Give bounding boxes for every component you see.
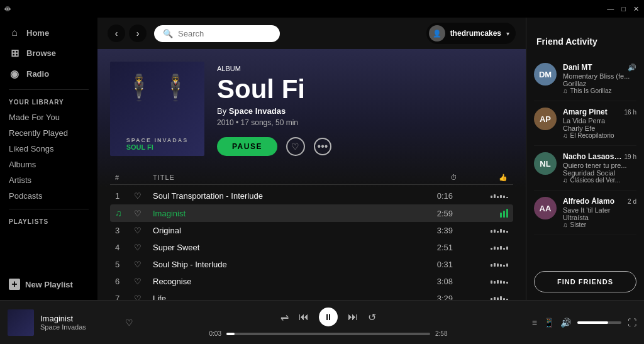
track-row[interactable]: 1♡Soul Transportation - Interlude0:16 [110,187,513,204]
friend-avatar: AP [534,108,557,130]
friend-info: Nacho Lasaosa ...19 hQuiero tener tu pre… [563,152,636,184]
friend-item[interactable]: NLNacho Lasaosa ...19 hQuiero tener tu p… [534,146,636,191]
track-title: Imaginist [153,209,420,218]
track-heart-icon[interactable]: ♡ [134,191,153,201]
friend-item[interactable]: APAmarg Pinet16 hLa Vida PerraCharly Efe… [534,101,636,146]
artist-link[interactable]: Space Invadas [229,106,286,116]
album-actions: PAUSE ♡ ••• [217,137,513,156]
like-button[interactable]: ♡ [286,137,305,156]
sidebar-divider-2 [9,209,89,209]
friend-artist: Seguridad Social [563,169,636,177]
sidebar-item-browse[interactable]: ⊞ Browse [0,43,97,64]
header-popularity: 👍 [458,174,508,182]
track-number: 6 [115,277,134,286]
fullscreen-button[interactable]: ⛶ [628,318,636,328]
friend-item[interactable]: DMDani MT🔊Momentary Bliss (fe...Gorillaz… [534,57,636,101]
minimize-button[interactable]: — [607,5,614,13]
new-playlist-label: New Playlist [25,280,73,289]
now-playing-artist: Space Invadas [40,323,119,331]
album-duration: 50 min [275,118,298,127]
album-info: ALBUM Soul Fi By Space Invadas 2010 • 17… [217,65,513,156]
pause-button[interactable]: PAUSE [217,137,277,156]
sidebar-item-podcasts[interactable]: Podcasts [0,188,97,204]
forward-button[interactable]: › [129,25,147,42]
friend-artist: Charly Efe [563,125,636,132]
track-popularity-bars [458,229,508,233]
devices-button[interactable]: 📱 [543,318,554,328]
track-heart-icon[interactable]: ♡ [134,209,153,218]
search-input[interactable] [178,29,266,38]
friend-item[interactable]: AAAlfredo Álamo2 dSave It 'til LaterUltr… [534,191,636,235]
sidebar-item-made-for-you[interactable]: Made For You [0,109,97,125]
repeat-button[interactable]: ↺ [368,311,376,323]
maximize-button[interactable]: □ [621,5,626,13]
track-row[interactable]: ♫♡Imaginist2:59 [110,204,513,222]
username-label: thedrumcakes [450,29,501,38]
track-duration: 0:31 [420,260,458,269]
track-title: Life [153,294,420,300]
friend-name: Alfredo Álamo [563,197,614,206]
sidebar-item-recently-played[interactable]: Recently Played [0,125,97,141]
friend-playlist: El Recopilatorio [570,132,614,139]
new-playlist-button[interactable]: + New Playlist [0,274,97,295]
track-row[interactable]: 5♡Soul Ship - Interlude0:31 [110,256,513,273]
track-row[interactable]: 7♡Life3:29 [110,290,513,300]
friend-name: Amarg Pinet [563,108,608,116]
track-heart-icon[interactable]: ♡ [134,226,153,235]
close-button[interactable]: ✕ [633,5,639,13]
playlists-section-label: PLAYLISTS [0,214,97,229]
nav-arrows[interactable]: ‹ › [108,25,147,42]
user-button[interactable]: 👤 thedrumcakes ▾ [426,23,516,44]
sidebar-item-albums[interactable]: Albums [0,157,97,172]
friend-avatar: NL [534,152,557,175]
titlebar-controls[interactable]: — □ ✕ [607,5,639,13]
main-content: ‹ › 🔍 👤 thedrumcakes ▾ [97,18,526,300]
header-heart [134,174,153,182]
find-friends-button[interactable]: FIND FRIENDS [534,271,636,292]
progress-track[interactable] [226,333,430,335]
friend-artist: Gorillaz [563,80,636,87]
track-row[interactable]: 6♡Recognise3:08 [110,273,513,290]
track-number: 3 [115,226,134,235]
album-view: 🕴 🕴 SPACE INVADAS SOUL FI ALBUM Soul Fi … [97,49,526,300]
prev-button[interactable]: ⏮ [299,311,309,323]
track-popularity-bars [458,263,508,267]
volume-track[interactable] [577,321,621,324]
now-playing-heart-icon[interactable]: ♡ [125,318,133,328]
album-header: 🕴 🕴 SPACE INVADAS SOUL FI ALBUM Soul Fi … [110,62,513,156]
track-row[interactable]: 3♡Original3:39 [110,222,513,239]
album-meta: 2010 • 17 songs, 50 min [217,118,513,127]
right-controls: ≡ 📱 🔊 ⛶ [523,318,636,328]
track-popularity-bars [458,246,508,250]
album-art-subtitle: SOUL FI [126,143,189,151]
queue-button[interactable]: ≡ [532,318,537,328]
friend-name: Dani MT [563,63,592,72]
sidebar-item-liked-songs[interactable]: Liked Songs [0,141,97,157]
more-button[interactable]: ••• [314,138,331,155]
volume-button[interactable]: 🔊 [560,318,571,328]
sidebar-home-label: Home [26,28,49,38]
track-heart-icon[interactable]: ♡ [134,294,153,300]
shuffle-button[interactable]: ⇌ [280,311,289,323]
track-heart-icon[interactable]: ♡ [134,277,153,286]
friend-activity-title: Friend Activity [526,18,644,57]
friend-avatar: DM [534,63,557,86]
back-button[interactable]: ‹ [108,25,125,42]
album-title: Soul Fi [217,75,513,104]
track-heart-icon[interactable]: ♡ [134,260,153,269]
home-icon: ⌂ [9,27,20,38]
player-controls: ⇌ ⏮ ⏸ ⏭ ↺ 0:03 2:58 [140,308,517,337]
music-note-icon: ♫ [563,132,568,139]
now-playing-bar: Imaginist Space Invadas ♡ ⇌ ⏮ ⏸ ⏭ ↺ 0:03… [0,300,644,344]
friend-playlist: This Is Gorillaz [570,87,612,94]
sidebar-item-artists[interactable]: Artists [0,172,97,188]
sidebar-item-home[interactable]: ⌂ Home [0,23,97,43]
play-pause-button[interactable]: ⏸ [319,308,338,326]
track-heart-icon[interactable]: ♡ [134,243,153,252]
speaker-icon: 🔊 [628,64,636,72]
search-box[interactable]: 🔍 [154,25,280,42]
friend-playlist: Clásicos del Ver... [570,177,620,184]
next-button[interactable]: ⏭ [348,311,358,323]
track-row[interactable]: 4♡Super Sweet2:51 [110,239,513,256]
sidebar-item-radio[interactable]: ◉ Radio [0,64,97,84]
